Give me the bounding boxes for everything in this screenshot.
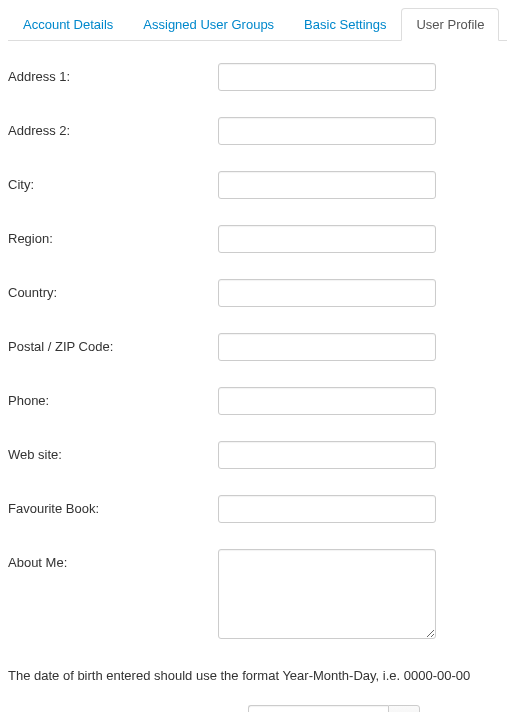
row-about-me: About Me: [8, 549, 507, 642]
tab-user-profile[interactable]: User Profile [401, 8, 499, 41]
label-phone: Phone: [8, 387, 218, 408]
tab-assigned-user-groups[interactable]: Assigned User Groups [128, 8, 289, 41]
input-region[interactable] [218, 225, 436, 253]
label-country: Country: [8, 279, 218, 300]
row-website: Web site: [8, 441, 507, 469]
tab-basic-settings[interactable]: Basic Settings [289, 8, 401, 41]
input-postal[interactable] [218, 333, 436, 361]
label-address2: Address 2: [8, 117, 218, 138]
label-favourite-book: Favourite Book: [8, 495, 218, 516]
label-date-of-birth: Date of Birth: [38, 705, 248, 712]
row-address2: Address 2: [8, 117, 507, 145]
tab-account-details[interactable]: Account Details [8, 8, 128, 41]
input-country[interactable] [218, 279, 436, 307]
textarea-about-me[interactable] [218, 549, 436, 639]
date-picker-button[interactable] [388, 705, 420, 712]
row-address1: Address 1: [8, 63, 507, 91]
row-city: City: [8, 171, 507, 199]
date-of-birth-group [248, 705, 420, 712]
row-phone: Phone: [8, 387, 507, 415]
label-about-me: About Me: [8, 549, 218, 570]
input-city[interactable] [218, 171, 436, 199]
input-address2[interactable] [218, 117, 436, 145]
tab-bar: Account Details Assigned User Groups Bas… [8, 8, 507, 41]
row-postal: Postal / ZIP Code: [8, 333, 507, 361]
label-region: Region: [8, 225, 218, 246]
input-address1[interactable] [218, 63, 436, 91]
row-date-of-birth: Date of Birth: [38, 705, 507, 712]
input-date-of-birth[interactable] [248, 705, 388, 712]
row-favourite-book: Favourite Book: [8, 495, 507, 523]
label-city: City: [8, 171, 218, 192]
dob-format-hint: The date of birth entered should use the… [8, 668, 507, 683]
label-postal: Postal / ZIP Code: [8, 333, 218, 354]
label-address1: Address 1: [8, 63, 218, 84]
input-favourite-book[interactable] [218, 495, 436, 523]
row-region: Region: [8, 225, 507, 253]
row-country: Country: [8, 279, 507, 307]
input-phone[interactable] [218, 387, 436, 415]
input-website[interactable] [218, 441, 436, 469]
label-website: Web site: [8, 441, 218, 462]
